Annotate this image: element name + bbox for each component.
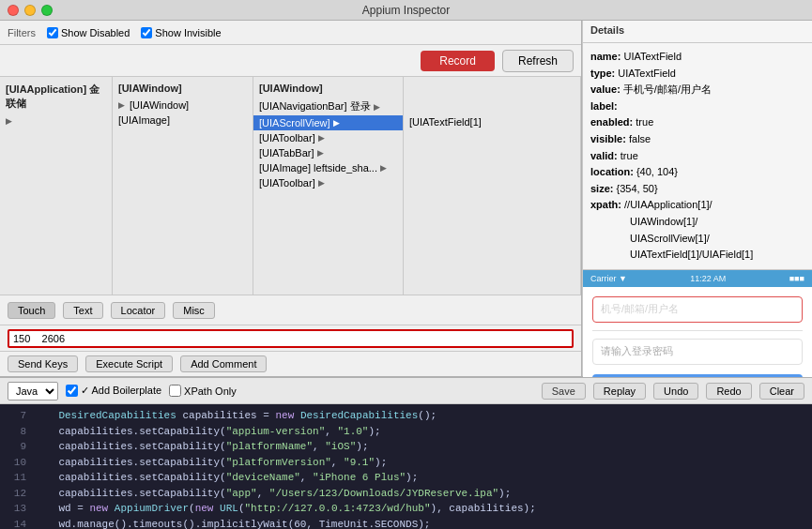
code-line: 8 capabilities.setCapability("appium-ver…: [8, 424, 804, 440]
tree-arrow-icon: ▶: [380, 163, 387, 173]
code-line: 14 wd.manage().timeouts().implicitlyWait…: [8, 517, 804, 530]
details-content: name: UIATextField type: UIATextField va…: [583, 43, 812, 269]
tree-item[interactable]: [UIAToolbar] ▶: [253, 175, 403, 190]
show-invisible-checkbox[interactable]: Show Invisible: [141, 27, 221, 38]
record-refresh-area: Record Refresh: [0, 45, 581, 77]
tree-arrow-icon: ▶: [318, 178, 325, 188]
details-header: Details: [583, 21, 812, 43]
replay-button[interactable]: Replay: [593, 383, 646, 400]
tree-arrow-icon: ▶: [118, 100, 125, 110]
main-container: Filters Show Disabled Show Invisible Rec…: [0, 21, 812, 529]
save-button[interactable]: Save: [542, 383, 586, 400]
tree-item[interactable]: [UIAImage]: [113, 113, 253, 128]
tree-column-1: [UIAApplication] 金联储 ▶: [0, 77, 113, 295]
detail-row: value: 手机号/邮箱/用户名: [590, 82, 805, 98]
tree-col3-header: [UIAWindow]: [253, 81, 403, 98]
redo-button[interactable]: Redo: [706, 383, 751, 400]
tabs-bar: Touch Text Locator Misc: [0, 295, 581, 325]
tree-item[interactable]: ▶: [0, 114, 112, 128]
tree-arrow-icon: ▶: [333, 118, 340, 128]
window-controls: [8, 5, 53, 16]
code-line: 10 capabilities.setCapability("platformV…: [8, 455, 804, 471]
phone-status-bar: Carrier ▼ 11:22 AM ■■■: [583, 270, 812, 287]
detail-row: UIAWindow[1]/: [590, 214, 805, 231]
touch-input-field[interactable]: [8, 329, 574, 348]
tree-column-4: [UIATextField[1]: [404, 77, 581, 295]
tree-column-3: [UIAWindow] [UIANavigationBar] 登录 ▶ [UIA…: [253, 77, 404, 295]
detail-row: location: {40, 104}: [590, 164, 805, 181]
tab-locator[interactable]: Locator: [111, 302, 166, 319]
maximize-button[interactable]: [41, 5, 53, 16]
tab-text[interactable]: Text: [63, 302, 102, 319]
detail-row: name: UIATextField: [590, 49, 805, 66]
details-right-panel: Details name: UIATextField type: UIAText…: [582, 21, 812, 376]
clear-button[interactable]: Clear: [759, 383, 804, 400]
code-line: 12 capabilities.setCapability("app", "/U…: [8, 486, 804, 502]
action-buttons-bar: Send Keys Execute Script Add Comment: [0, 351, 581, 376]
filters-bar: Filters Show Disabled Show Invisible: [0, 21, 581, 45]
phone-input-1: 机号/邮箱/用户名: [592, 296, 803, 323]
tree-col2-header: [UIAWindow]: [113, 81, 253, 98]
close-button[interactable]: [8, 5, 19, 16]
tree-arrow-icon: ▶: [318, 133, 325, 143]
bottom-section: Java ✓ Add Boilerplate XPath Only Save R…: [0, 377, 812, 529]
detail-row: UIAScrollView[1]/: [590, 231, 805, 248]
add-boilerplate-checkbox[interactable]: ✓ Add Boilerplate: [66, 385, 161, 397]
code-line: 11 capabilities.setCapability("deviceNam…: [8, 470, 804, 486]
code-line: 7 DesiredCapabilities capabilities = new…: [8, 408, 804, 424]
undo-button[interactable]: Undo: [653, 383, 698, 400]
add-comment-button[interactable]: Add Comment: [180, 355, 267, 372]
detail-row: UIATextField[1]/UIAField[1]: [590, 247, 805, 264]
code-editor[interactable]: 7 DesiredCapabilities capabilities = new…: [0, 404, 812, 529]
input-area: [0, 325, 581, 351]
show-disabled-checkbox[interactable]: Show Disabled: [47, 27, 130, 38]
detail-row: size: {354, 50}: [590, 181, 805, 198]
refresh-button[interactable]: Refresh: [502, 50, 574, 72]
tab-misc[interactable]: Misc: [173, 302, 215, 319]
minimize-button[interactable]: [24, 5, 36, 16]
detail-row: type: UIATextField: [590, 66, 805, 83]
tree-item[interactable]: [UIAImage] leftside_sha... ▶: [253, 160, 403, 175]
tree-item[interactable]: [UIANavigationBar] 登录 ▶: [253, 98, 403, 115]
tree-item[interactable]: ▶ [UIAWindow]: [113, 98, 253, 113]
code-toolbar: Java ✓ Add Boilerplate XPath Only Save R…: [0, 378, 812, 404]
tab-touch[interactable]: Touch: [8, 302, 55, 319]
title-bar: Appium Inspector: [0, 0, 812, 21]
tree-arrow-icon: ▶: [317, 148, 324, 158]
tree-area: [UIAApplication] 金联储 ▶ [UIAWindow] ▶ [UI…: [0, 77, 581, 295]
detail-row: xpath: //UIAApplication[1]/: [590, 197, 805, 214]
top-section: Filters Show Disabled Show Invisible Rec…: [0, 21, 812, 377]
phone-divider: [592, 330, 803, 331]
phone-input-2: 请输入登录密码: [592, 339, 803, 365]
language-select[interactable]: Java: [8, 382, 58, 401]
code-line: 9 capabilities.setCapability("platformNa…: [8, 439, 804, 455]
tree-item[interactable]: [UIAToolbar] ▶: [253, 130, 403, 145]
detail-row: label:: [590, 98, 805, 115]
left-panel: Filters Show Disabled Show Invisible Rec…: [0, 21, 582, 376]
tree-item[interactable]: [UIATabBar] ▶: [253, 145, 403, 160]
detail-row: visible: false: [590, 131, 805, 148]
tree-col1-header: [UIAApplication] 金联储: [0, 81, 112, 114]
tree-arrow-icon: ▶: [6, 116, 12, 126]
tree-column-2: [UIAWindow] ▶ [UIAWindow] [UIAImage]: [113, 77, 253, 295]
tree-arrow-icon: ▶: [374, 102, 380, 112]
filters-label: Filters: [8, 27, 36, 38]
tree-item-selected[interactable]: [UIAScrollView] ▶: [253, 115, 403, 130]
tree-item[interactable]: [UIATextField[1]: [404, 114, 580, 129]
details-panel: Details name: UIATextField type: UIAText…: [583, 21, 812, 269]
send-keys-button[interactable]: Send Keys: [8, 355, 78, 372]
code-line: 13 wd = new AppiumDriver(new URL("http:/…: [8, 501, 804, 517]
execute-script-button[interactable]: Execute Script: [85, 355, 173, 372]
detail-row: valid: true: [590, 148, 805, 165]
record-button[interactable]: Record: [421, 51, 495, 71]
xpath-only-checkbox[interactable]: XPath Only: [169, 385, 237, 397]
window-title: Appium Inspector: [362, 4, 450, 17]
detail-row: enabled: true: [590, 114, 805, 131]
